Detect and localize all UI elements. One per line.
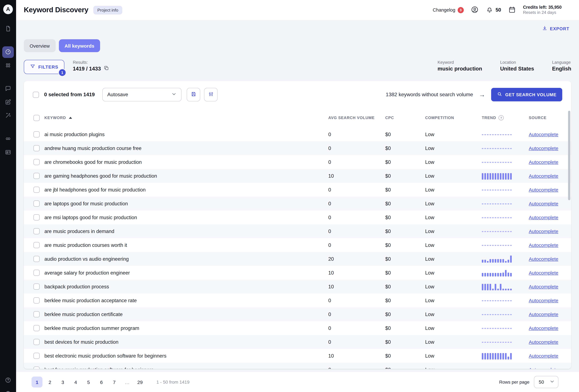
row-checkbox[interactable] [33, 159, 40, 165]
notifications-button[interactable]: 50 [486, 6, 501, 14]
sidebar-item-language[interactable] [2, 388, 14, 392]
page-button-3[interactable]: 3 [57, 377, 68, 388]
save-list-button[interactable] [187, 88, 200, 101]
source-link[interactable]: Autocomplete [529, 339, 558, 345]
billing-calendar-button[interactable] [508, 6, 516, 14]
row-checkbox[interactable] [33, 367, 40, 369]
select-all-checkbox[interactable] [33, 115, 40, 121]
column-header-competition[interactable]: COMPETITION [425, 116, 454, 120]
export-button[interactable]: EXPORT [540, 25, 571, 32]
wand-icon [5, 112, 11, 120]
page-button-2[interactable]: 2 [44, 377, 55, 388]
calendar-icon [508, 6, 516, 14]
source-link[interactable]: Autocomplete [529, 132, 558, 137]
source-link[interactable]: Autocomplete [529, 145, 558, 151]
row-checkbox[interactable] [33, 214, 40, 221]
changelog-link[interactable]: Changelog 3 [433, 7, 464, 13]
row-checkbox[interactable] [33, 256, 40, 262]
filters-button[interactable]: FILTERS 1 [24, 60, 64, 74]
column-header-cpc[interactable]: CPC [385, 116, 394, 120]
page-button-29[interactable]: 29 [135, 377, 145, 388]
cpc-cell: $0 [385, 270, 425, 276]
source-link[interactable]: Autocomplete [529, 270, 558, 275]
page-button-6[interactable]: 6 [96, 377, 107, 388]
row-checkbox[interactable] [33, 228, 40, 234]
row-checkbox[interactable] [33, 353, 40, 359]
help-button[interactable] [2, 375, 14, 386]
keyword-cell: best devices for music production [44, 339, 328, 345]
row-checkbox[interactable] [33, 284, 40, 290]
page-button-1[interactable]: 1 [32, 377, 43, 388]
tab-overview[interactable]: Overview [24, 39, 56, 52]
page-button-5[interactable]: 5 [83, 377, 94, 388]
competition-cell: Low [425, 256, 482, 262]
app-logo[interactable]: A [3, 4, 13, 14]
table-row: ai music production plugins 0 $0 Low Aut… [24, 127, 571, 141]
row-checkbox[interactable] [33, 311, 40, 317]
cpc-cell: $0 [385, 145, 425, 151]
autosave-select[interactable]: Autosave [102, 88, 182, 101]
column-header-volume[interactable]: AVG SEARCH VOLUME [328, 116, 375, 120]
column-settings-button[interactable] [204, 88, 218, 101]
source-link[interactable]: Autocomplete [529, 228, 558, 234]
competition-cell: Low [425, 284, 482, 290]
results-label: Results: [73, 60, 109, 65]
download-icon [542, 25, 547, 32]
source-link[interactable]: Autocomplete [529, 242, 558, 248]
vertical-scrollbar[interactable] [568, 111, 570, 200]
row-checkbox[interactable] [33, 297, 40, 304]
source-link[interactable]: Autocomplete [529, 353, 558, 358]
page-button-7[interactable]: 7 [109, 377, 120, 388]
rows-per-page-select[interactable]: 50 [534, 376, 558, 388]
sidebar-item-files[interactable] [2, 23, 14, 35]
source-link[interactable]: Autocomplete [529, 311, 558, 317]
row-checkbox[interactable] [33, 201, 40, 207]
row-checkbox[interactable] [33, 325, 40, 331]
row-checkbox[interactable] [33, 270, 40, 276]
trend-help-icon[interactable]: ? [499, 115, 504, 120]
source-link[interactable]: Autocomplete [529, 256, 558, 261]
row-checkbox[interactable] [33, 173, 40, 179]
sidebar-item-compose[interactable] [2, 96, 14, 108]
source-link[interactable]: Autocomplete [529, 367, 558, 369]
sidebar-item-account-card[interactable] [2, 147, 14, 158]
column-header-trend[interactable]: TREND ? [482, 115, 504, 120]
copy-results-button[interactable] [104, 65, 109, 72]
source-link[interactable]: Autocomplete [529, 173, 558, 178]
row-checkbox[interactable] [33, 145, 40, 151]
sidebar-item-magic[interactable] [2, 110, 14, 122]
rows-per-page-value: 50 [539, 380, 544, 385]
source-link[interactable]: Autocomplete [529, 159, 558, 165]
tab-all-keywords[interactable]: All keywords [59, 39, 100, 52]
row-checkbox[interactable] [33, 187, 40, 193]
source-link[interactable]: Autocomplete [529, 325, 558, 331]
account-button[interactable] [471, 6, 478, 14]
row-checkbox[interactable] [33, 131, 40, 137]
source-link[interactable]: Autocomplete [529, 284, 558, 289]
chevron-down-icon [549, 379, 555, 385]
table-body: ai music production plugins 0 $0 Low Aut… [24, 127, 571, 369]
source-link[interactable]: Autocomplete [529, 201, 558, 206]
sidebar-item-apps[interactable] [2, 60, 14, 72]
table-row: are gaming headphones good for music pro… [24, 169, 571, 183]
project-info-chip[interactable]: Project info [93, 6, 122, 14]
trend-sparkline [482, 172, 512, 179]
row-checkbox[interactable] [33, 339, 40, 345]
sidebar-item-integrations[interactable] [2, 133, 14, 145]
source-link[interactable]: Autocomplete [529, 215, 558, 220]
no-volume-text: 1382 keywords without search volume [386, 92, 473, 97]
column-header-source[interactable]: SOURCE [529, 116, 547, 120]
cpc-cell: $0 [385, 228, 425, 234]
source-link[interactable]: Autocomplete [529, 187, 558, 192]
row-checkbox[interactable] [33, 242, 40, 248]
table-row: average salary for production engineer 1… [24, 266, 571, 280]
keyword-cell: berklee music production acceptance rate [44, 298, 328, 303]
sidebar-item-keyword-discovery[interactable] [2, 46, 14, 58]
page-button-4[interactable]: 4 [70, 377, 81, 388]
get-search-volume-button[interactable]: GET SEARCH VOLUME [491, 88, 562, 101]
sidebar-item-chat[interactable] [2, 83, 14, 95]
column-header-keyword[interactable]: KEYWORD [44, 116, 323, 120]
toolbar-select-all-checkbox[interactable] [33, 91, 39, 98]
source-link[interactable]: Autocomplete [529, 298, 558, 303]
table-row: are jbl headphones good for music produc… [24, 183, 571, 197]
